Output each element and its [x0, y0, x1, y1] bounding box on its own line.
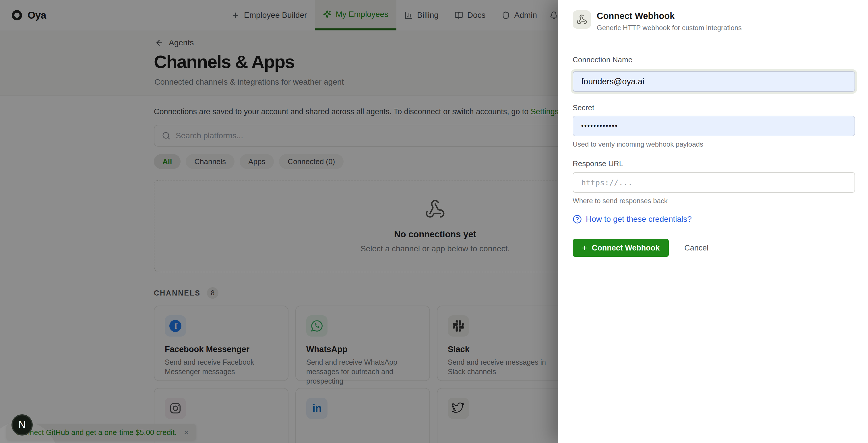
panel-actions: + Connect Webhook Cancel	[572, 239, 855, 257]
secret-helper: Used to verify incoming webhook payloads	[572, 140, 855, 148]
panel-title: Connect Webhook	[597, 11, 742, 21]
user-avatar[interactable]: N	[11, 414, 33, 436]
secret-input[interactable]	[572, 116, 855, 136]
connection-name-label: Connection Name	[572, 55, 855, 64]
connect-webhook-button-label: Connect Webhook	[592, 244, 660, 252]
panel-header-text: Connect Webhook Generic HTTP webhook for…	[597, 10, 742, 39]
help-circle-icon	[572, 215, 582, 224]
connect-webhook-button[interactable]: + Connect Webhook	[572, 239, 669, 257]
panel-body: Connection Name Secret Used to verify in…	[558, 55, 868, 257]
response-url-input[interactable]	[572, 172, 855, 193]
panel-header: Connect Webhook Generic HTTP webhook for…	[558, 0, 868, 39]
cancel-button[interactable]: Cancel	[684, 244, 708, 252]
secret-label: Secret	[572, 103, 855, 112]
connection-name-input[interactable]	[572, 71, 855, 92]
connect-webhook-panel: Connect Webhook Generic HTTP webhook for…	[558, 0, 868, 443]
webhook-icon	[572, 10, 591, 29]
credentials-help-text: How to get these credentials?	[586, 215, 692, 224]
panel-subtitle: Generic HTTP webhook for custom integrat…	[597, 24, 742, 32]
app-root: Oya Employee Builder My Employees Billin…	[0, 0, 868, 443]
response-url-label: Response URL	[572, 159, 855, 168]
plus-icon: +	[582, 243, 587, 252]
response-url-helper: Where to send responses back	[572, 197, 855, 205]
credentials-help-link[interactable]: How to get these credentials?	[572, 215, 855, 224]
